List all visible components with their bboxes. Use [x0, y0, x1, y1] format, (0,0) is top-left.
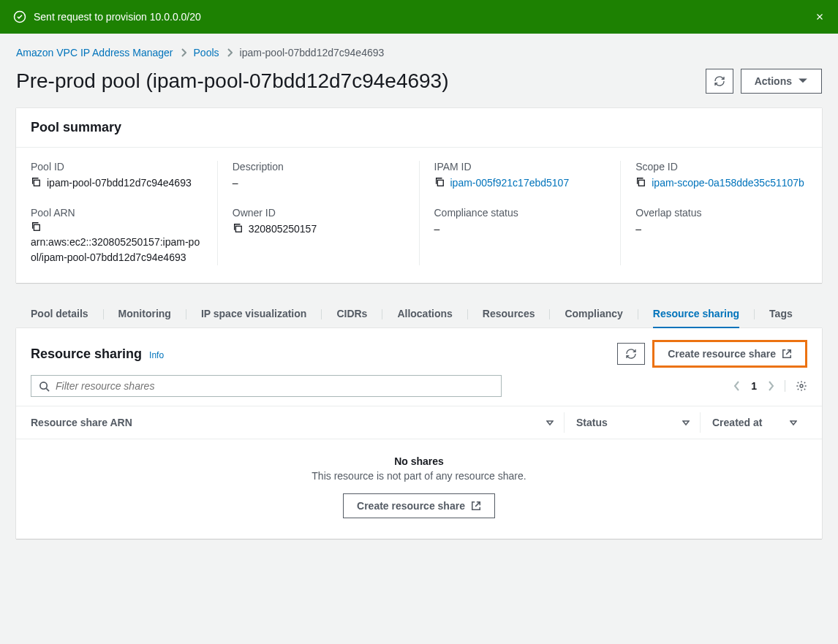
column-status[interactable]: Status	[576, 412, 701, 433]
pool-summary-card: Pool summary Pool ID ipam-pool-07bdd12d7…	[16, 108, 822, 283]
resource-sharing-card: Resource sharing Info Create resource sh…	[16, 328, 822, 539]
tab-cidrs[interactable]: CIDRs	[336, 300, 367, 328]
svg-rect-3	[235, 226, 241, 232]
success-banner: Sent request to provision 10.0.0.0/20	[0, 0, 838, 34]
svg-rect-5	[639, 180, 645, 186]
svg-point-7	[800, 384, 803, 387]
column-created[interactable]: Created at	[712, 412, 807, 433]
pool-arn-value: arn:aws:ec2::320805250157:ipam-pool/ipam…	[31, 236, 200, 263]
ipam-id-label: IPAM ID	[434, 161, 606, 173]
compliance-label: Compliance status	[434, 207, 606, 219]
page-title: Pre-prod pool (ipam-pool-07bdd12d7c94e46…	[16, 69, 449, 93]
tab-resource-sharing[interactable]: Resource sharing	[653, 300, 739, 328]
overlap-label: Overlap status	[635, 207, 807, 219]
copy-icon[interactable]	[635, 177, 646, 187]
scope-id-link[interactable]: ipam-scope-0a158dde35c51107b	[652, 175, 804, 191]
search-icon	[39, 381, 56, 392]
tab-monitoring[interactable]: Monitoring	[118, 300, 171, 328]
info-link[interactable]: Info	[149, 350, 164, 360]
chevron-right-icon	[181, 48, 186, 57]
success-check-icon	[13, 10, 26, 23]
tab-allocations[interactable]: Allocations	[397, 300, 452, 328]
ipam-id-link[interactable]: ipam-005f921c17ebd5107	[450, 175, 570, 191]
breadcrumb: Amazon VPC IP Address Manager Pools ipam…	[16, 47, 822, 58]
copy-icon[interactable]	[31, 221, 203, 232]
scope-id-label: Scope ID	[635, 161, 807, 173]
external-link-icon	[782, 349, 792, 359]
create-resource-share-empty-button[interactable]: Create resource share	[343, 493, 495, 518]
refresh-button[interactable]	[706, 69, 733, 94]
copy-icon[interactable]	[233, 223, 243, 233]
filter-input[interactable]	[56, 380, 494, 392]
svg-rect-4	[437, 180, 443, 186]
sort-icon	[790, 419, 797, 426]
tab-tags[interactable]: Tags	[769, 300, 793, 328]
external-link-icon	[471, 501, 481, 511]
tabs: Pool details Monitoring IP space visuali…	[16, 300, 822, 329]
sort-icon	[546, 419, 554, 426]
breadcrumb-root[interactable]: Amazon VPC IP Address Manager	[16, 47, 173, 58]
copy-icon[interactable]	[434, 177, 445, 187]
tab-pool-details[interactable]: Pool details	[31, 300, 88, 328]
copy-icon[interactable]	[31, 177, 41, 187]
filter-input-wrapper[interactable]	[31, 375, 502, 397]
description-value: –	[233, 175, 404, 191]
overlap-value: –	[635, 221, 807, 237]
caret-down-icon	[798, 76, 808, 86]
banner-message: Sent request to provision 10.0.0.0/20	[34, 11, 201, 23]
tab-ip-space[interactable]: IP space visualization	[201, 300, 306, 328]
pool-id-label: Pool ID	[31, 161, 203, 173]
next-page-icon[interactable]	[767, 381, 774, 391]
tab-compliancy[interactable]: Compliancy	[565, 300, 622, 328]
actions-dropdown-button[interactable]: Actions	[741, 69, 822, 94]
create-resource-share-button[interactable]: Create resource share	[652, 340, 807, 368]
column-arn[interactable]: Resource share ARN	[31, 412, 565, 433]
horizontal-scrollbar[interactable]	[16, 556, 822, 569]
owner-id-label: Owner ID	[233, 207, 404, 219]
pool-arn-label: Pool ARN	[31, 207, 203, 219]
empty-subtitle: This resource is not part of any resourc…	[31, 470, 807, 482]
owner-id-value: 320805250157	[249, 221, 317, 237]
breadcrumb-pools[interactable]: Pools	[194, 47, 219, 58]
svg-rect-1	[34, 180, 39, 186]
pool-id-value: ipam-pool-07bdd12d7c94e4693	[47, 175, 192, 191]
svg-rect-2	[34, 224, 39, 230]
chevron-right-icon	[227, 48, 233, 57]
sort-icon	[682, 419, 690, 426]
tab-resources[interactable]: Resources	[483, 300, 535, 328]
page-number: 1	[751, 380, 757, 392]
empty-title: No shares	[31, 455, 807, 467]
settings-icon[interactable]	[785, 380, 807, 392]
svg-point-6	[40, 382, 47, 388]
resource-sharing-title: Resource sharing	[31, 346, 142, 362]
compliance-value: –	[434, 221, 606, 237]
prev-page-icon[interactable]	[733, 381, 741, 391]
refresh-button[interactable]	[617, 343, 645, 365]
breadcrumb-current: ipam-pool-07bdd12d7c94e4693	[240, 47, 385, 58]
summary-title: Pool summary	[31, 120, 807, 135]
description-label: Description	[233, 161, 404, 173]
close-icon[interactable]	[815, 12, 825, 22]
